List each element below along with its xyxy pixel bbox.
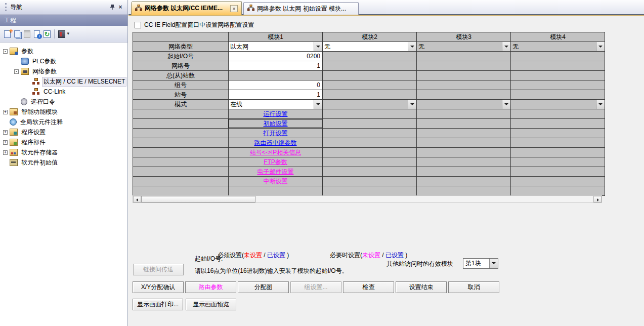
tree-item[interactable]: -网络参数 [0, 66, 127, 76]
settings-link[interactable]: 初始设置 [264, 119, 288, 128]
action-button[interactable]: 检查 [343, 281, 394, 293]
action-button[interactable]: 设置结束 [396, 281, 447, 293]
module-filter-icon[interactable] [58, 30, 65, 38]
settings-link[interactable]: 运行设置 [264, 110, 288, 118]
tab-network-param-ethernet[interactable]: 网络参数 以太网/CC IE/ME... × [131, 1, 242, 15]
empty-cell [417, 119, 510, 128]
ccie-field-config-checkbox[interactable] [135, 22, 141, 28]
dropdown-arrow-icon[interactable] [502, 42, 510, 51]
value-cell[interactable]: 1 [229, 90, 322, 99]
row-header-cell [133, 109, 228, 118]
scroll-right-icon[interactable] [593, 196, 602, 202]
tree-item[interactable]: -参数 [0, 46, 127, 56]
program-parts-icon [10, 139, 18, 146]
tree-indent [14, 59, 19, 64]
note-separator: / [262, 252, 267, 259]
property-icon[interactable] [34, 30, 40, 38]
dropdown-cell[interactable] [417, 100, 510, 109]
tree-item[interactable]: +程序设置 [0, 127, 127, 137]
tree-item[interactable]: 远程口令 [0, 97, 127, 107]
tree-item[interactable]: 以太网 / CC IE / MELSECNET [0, 76, 127, 87]
valid-module-dropdown[interactable]: 第1块 [463, 258, 498, 269]
column-header: 模块1 [229, 32, 322, 42]
link-cell: 中断设置 [229, 177, 322, 186]
display-button[interactable]: 显示画面打印... [133, 299, 183, 310]
empty-cell [417, 80, 510, 90]
expand-icon[interactable]: + [3, 140, 8, 145]
tree-item[interactable]: +智能功能模块 [0, 107, 127, 117]
settings-link[interactable]: 站号<->IP相关信息 [250, 148, 301, 157]
action-button[interactable]: 分配图 [238, 281, 289, 293]
dropdown-cell[interactable] [323, 100, 416, 109]
tree-item[interactable]: +软元件存储器 [0, 147, 127, 157]
pin-icon[interactable] [108, 4, 116, 11]
navigation-titlebar: 导航 × [0, 0, 127, 15]
dropdown-arrow-icon[interactable] [314, 42, 322, 51]
dropdown-arrow-icon[interactable] [314, 100, 322, 109]
expand-icon[interactable]: + [3, 130, 8, 135]
settings-link[interactable]: 路由器中继参数 [254, 139, 297, 147]
tab-network-param-initial-setting[interactable]: 网络参数 以太网 初始设置 模块... [243, 2, 359, 15]
dropdown-cell[interactable]: 无 [417, 42, 510, 51]
dropdown-arrow-icon[interactable] [596, 42, 605, 51]
value-cell[interactable]: 0200 [229, 52, 322, 61]
horizontal-scrollbar[interactable] [133, 195, 602, 203]
action-button[interactable]: X/Y分配确认 [133, 281, 184, 293]
action-button[interactable]: 取消 [448, 281, 499, 293]
dropdown-cell[interactable]: 无 [511, 42, 605, 51]
refresh-icon[interactable] [44, 30, 51, 38]
row-header-cell: 起始I/O号 [133, 52, 228, 61]
dropdown-cell[interactable]: 在线 [229, 100, 322, 109]
settings-link[interactable]: 打开设置 [264, 129, 288, 138]
paste-icon[interactable] [24, 30, 30, 38]
link-transfer-button[interactable]: 链接间传送 [133, 264, 184, 275]
dropdown-arrow-icon[interactable] [596, 100, 605, 109]
tree-item[interactable]: +程序部件 [0, 137, 127, 147]
dropdown-cell[interactable]: 无 [323, 42, 416, 51]
display-button[interactable]: 显示画面预览 [186, 299, 236, 310]
collapse-icon[interactable]: - [3, 49, 8, 54]
settings-link[interactable]: 中断设置 [264, 177, 288, 186]
empty-cell [323, 186, 416, 195]
empty-cell [511, 129, 605, 138]
action-button[interactable]: 路由参数 [185, 281, 236, 293]
tree-item[interactable]: 软元件初始值 [0, 157, 127, 168]
expand-icon[interactable]: + [3, 110, 8, 114]
parameter-icon [10, 48, 18, 55]
new-item-icon[interactable] [4, 30, 11, 38]
tree-item-label: 以太网 / CC IE / MELSECNET [42, 77, 126, 87]
tree-item-label: 智能功能模块 [20, 107, 59, 117]
global-comment-icon [10, 118, 17, 126]
start-io-label: 起始I/O号: [195, 255, 223, 263]
row-header-cell: 总(从)站数 [133, 71, 228, 80]
network-parameter-tab-icon [135, 5, 142, 13]
settings-link[interactable]: FTP参数 [264, 158, 287, 167]
value-cell[interactable]: 0 [229, 80, 322, 90]
tree-item-label: 全局软元件注释 [19, 117, 64, 127]
expand-icon[interactable]: + [3, 150, 8, 155]
dropdown-arrow-icon[interactable] [408, 100, 416, 109]
scroll-left-icon[interactable] [133, 196, 141, 202]
dropdown-arrow-icon[interactable] [408, 42, 416, 51]
value-cell[interactable]: 1 [229, 61, 322, 70]
tab-close-icon[interactable]: × [230, 5, 238, 12]
drag-grip-icon[interactable] [5, 3, 7, 11]
tree-item[interactable]: CC-Link [0, 87, 127, 97]
settings-link[interactable]: 电子邮件设置 [257, 168, 294, 176]
copy-icon[interactable] [14, 30, 20, 37]
scrollbar-thumb[interactable] [141, 196, 255, 202]
tree-item[interactable]: 全局软元件注释 [0, 117, 127, 127]
tree-item-label: 程序设置 [20, 128, 47, 137]
dropdown-arrow-icon[interactable] [502, 100, 510, 109]
intelligent-module-icon [10, 108, 18, 115]
action-button[interactable]: 组设置... [290, 281, 341, 293]
empty-cell [417, 148, 510, 157]
collapse-icon[interactable]: - [14, 69, 19, 74]
dropdown-arrow-icon[interactable] [489, 259, 498, 268]
empty-cell [417, 109, 510, 118]
dropdown-cell[interactable] [511, 100, 605, 109]
panel-title: 导航 [10, 3, 108, 12]
close-icon[interactable]: × [116, 4, 124, 11]
tree-item[interactable]: PLC参数 [0, 56, 127, 66]
dropdown-cell[interactable]: 以太网 [229, 42, 322, 51]
